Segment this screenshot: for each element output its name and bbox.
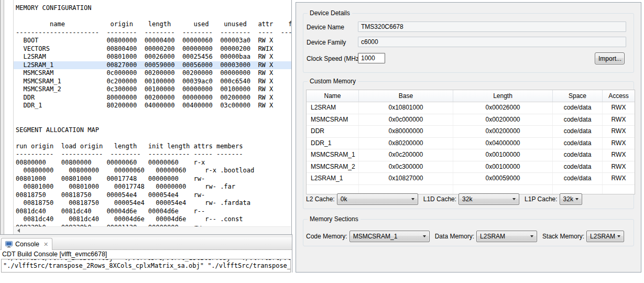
column-header[interactable]: Length — [453, 90, 553, 102]
memory-select-group: Code Memory: MSMCSRAM_1 — [306, 231, 430, 242]
map-line: name origin length used unused attr fil — [16, 20, 291, 29]
map-line — [16, 13, 291, 21]
device-family-field[interactable] — [358, 37, 626, 47]
cell-name: DDR — [307, 126, 359, 137]
cell-space: code/data — [553, 114, 603, 126]
cell-base: 0x10827000 — [359, 173, 453, 184]
map-line: MEMORY CONFIGURATION — [16, 4, 291, 13]
map-line: run origin load origin length init lengt… — [16, 143, 291, 151]
column-header[interactable]: Access — [603, 90, 635, 102]
cell-space: code/data — [553, 138, 603, 149]
cell-base: 0x0c300000 — [359, 161, 453, 173]
memory-selected-value: L2SRAM — [587, 233, 615, 240]
group-title: Custom Memory — [308, 78, 358, 85]
memory-map-lines: MEMORY CONFIGURATION name origin length … — [14, 0, 291, 227]
map-line: 00801000 00801000 00017748 00000000 rw- … — [16, 183, 291, 191]
chevron-down-icon — [423, 235, 426, 237]
cell-name: L2SRAM — [307, 102, 359, 114]
map-line: MSMCSRAM_2 0c300000 00100000 00000000 00… — [16, 85, 291, 94]
map-line: L2SRAM 00801000 00026000 00025456 00000b… — [16, 53, 291, 61]
clock-speed-field[interactable] — [358, 53, 385, 63]
map-line: BOOT 00800000 00000400 00000060 000003a0… — [16, 37, 291, 45]
device-name-label: Device Name — [307, 24, 344, 31]
device-family-label: Device Family — [307, 39, 346, 46]
cache-label: L2 Cache: — [306, 195, 335, 203]
memory-selected-value: MSMCSRAM_1 — [350, 233, 421, 240]
memory-select[interactable]: L2SRAM — [476, 231, 537, 242]
cache-select[interactable]: 32k — [459, 193, 519, 205]
table-row[interactable]: L2SRAM 0x10801000 0x00026000 code/data R… — [307, 102, 635, 114]
console-line: "./vlfftSrc/transpose_2Rows_8XCols_cplxM… — [3, 262, 290, 270]
cell-access: RWX — [603, 149, 635, 161]
column-header[interactable]: Base — [359, 90, 453, 102]
cell-length: 0x00100000 — [453, 161, 553, 173]
map-line — [16, 134, 291, 143]
table-header: NameBaseLengthSpaceAccess — [307, 90, 635, 102]
cell-base: 0x0c200000 — [359, 149, 453, 161]
memory-select-label: Code Memory: — [306, 233, 347, 240]
cell-base: 0x80200000 — [359, 138, 453, 149]
cache-select-group: L1P Cache: 32k — [525, 193, 582, 205]
memory-select[interactable]: L2SRAM — [586, 231, 624, 242]
cell-length: 0x00059000 — [453, 173, 553, 184]
cell-length: 0x00100000 — [453, 149, 553, 161]
horizontal-scrollbar[interactable] — [14, 226, 291, 234]
map-line: L2SRAM_1 00827000 00059000 00056000 0000… — [14, 61, 291, 70]
cache-select[interactable]: 0k — [337, 193, 418, 205]
device-details-group: Device Details Device Name Device Family… — [303, 13, 634, 73]
map-line — [16, 110, 291, 118]
cell-access: RWX — [603, 102, 635, 114]
scroll-left-arrow-icon[interactable] — [17, 228, 20, 233]
cell-space: code/data — [553, 149, 603, 161]
map-line — [16, 118, 291, 126]
memory-map-text-view[interactable]: MEMORY CONFIGURATION name origin length … — [13, 0, 292, 234]
chevron-down-icon — [411, 198, 414, 200]
table-row[interactable]: DDR 0x80000000 0x00200000 code/data RWX — [307, 126, 635, 138]
cell-space: code/data — [553, 161, 603, 173]
table-row[interactable]: MSMCSRAM 0x0c000000 0x00200000 code/data… — [307, 114, 635, 126]
cell-base: 0x80000000 — [359, 126, 453, 137]
table-row[interactable]: MSMCSRAM_2 0x0c300000 0x00100000 code/da… — [307, 161, 635, 173]
close-icon[interactable]: ✕ — [43, 242, 48, 247]
map-line: ---------- ----------- -------- --------… — [16, 150, 291, 159]
map-line: 00818750 00818750 000054e4 000054e4 rw- … — [16, 199, 291, 208]
console-title: CDT Build Console [vlfft_evmc6678] — [0, 250, 292, 259]
table-row[interactable]: L2SRAM_1 0x10827000 0x00059000 code/data… — [307, 173, 635, 185]
cell-name: MSMCSRAM_2 — [307, 161, 359, 173]
cache-select[interactable]: 32k — [560, 193, 582, 205]
table-row[interactable]: MSMCSRAM_1 0x0c200000 0x00100000 code/da… — [307, 149, 635, 161]
map-line: 0081dc40 0081dc40 00004d6e 00004d6e r-- … — [16, 215, 291, 224]
table-body: L2SRAM 0x10801000 0x00026000 code/data R… — [307, 102, 635, 185]
tab-console[interactable]: Console ✕ — [1, 238, 52, 250]
column-header[interactable]: Name — [307, 90, 359, 102]
memory-sections-group: Memory Sections Code Memory: MSMCSRAM_1 … — [303, 219, 634, 246]
memory-select-label: Stack Memory: — [542, 233, 584, 240]
map-line: 00801000 00801000 00017748 00000000 rw- — [16, 175, 291, 183]
chevron-down-icon — [617, 235, 620, 237]
table-row[interactable]: DDR_1 0x80200000 0x04000000 code/data RW… — [307, 138, 635, 150]
memory-selected-value: L2SRAM — [477, 233, 528, 240]
cell-name: MSMCSRAM — [307, 114, 359, 126]
column-header[interactable]: Space — [553, 90, 603, 102]
cache-select-group: L1D Cache: 32k — [423, 193, 519, 205]
cell-length: 0x00200000 — [453, 114, 553, 126]
device-name-field[interactable] — [358, 21, 626, 32]
console-lines: "./vlfftSrc/vlfft_2ndIter.obj" "./vlfftS… — [2, 259, 290, 270]
cell-access: RWX — [603, 161, 635, 173]
cell-name: L2SRAM_1 — [307, 173, 359, 184]
memory-select-group: Data Memory: L2SRAM — [435, 231, 537, 242]
console-tab-bar: Console ✕ — [0, 237, 292, 250]
cell-space: code/data — [553, 173, 603, 184]
import-button[interactable]: Import... — [595, 52, 625, 64]
cell-length: 0x00200000 — [453, 126, 553, 137]
cache-label: L1P Cache: — [525, 195, 558, 203]
console-tab-label: Console — [15, 241, 39, 248]
editor-left-ruler — [4, 0, 13, 234]
memory-select[interactable]: MSMCSRAM_1 — [350, 231, 430, 242]
console-icon — [5, 241, 13, 248]
console-output[interactable]: "./vlfftSrc/vlfft_2ndIter.obj" "./vlfftS… — [1, 259, 291, 273]
map-line: 00800000 00800000 00000060 00000060 r-x … — [16, 167, 291, 175]
cell-base: 0x0c000000 — [359, 114, 453, 126]
chevron-down-icon — [530, 235, 533, 237]
cache-label: L1D Cache: — [423, 195, 456, 203]
